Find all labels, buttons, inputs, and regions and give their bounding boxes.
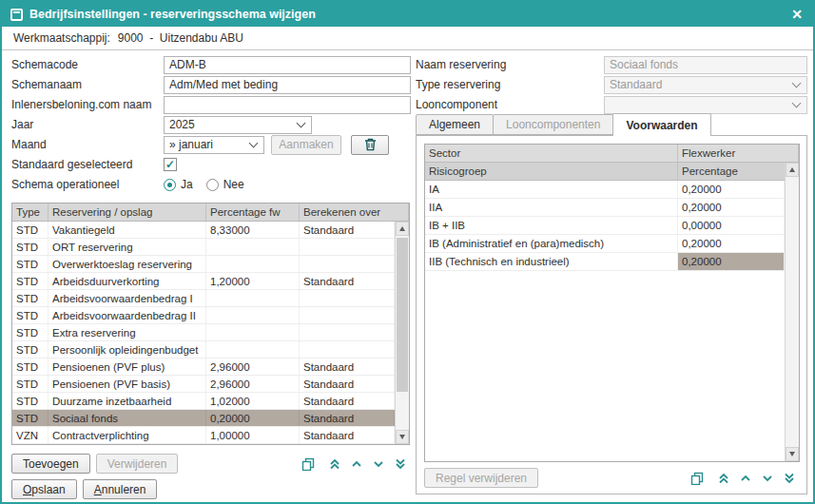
col-header-type: Type [12,204,49,221]
reservation-row[interactable]: STDPensioenen (PVF basis)2,96000Standaar… [12,376,395,393]
percentage-cell[interactable]: 0,20000 [678,253,785,270]
schemacode-input[interactable] [164,56,411,74]
ja-label: Ja [181,178,193,191]
col-header-berekenen-over: Berekenen over [300,204,409,221]
scroll-up-icon [789,167,795,172]
conditions-row[interactable]: IA0,20000 [425,181,785,199]
conditions-row[interactable]: IIB (Technisch en industrieel)0,20000 [425,253,785,271]
conditions-table-scrollbar[interactable] [785,163,799,461]
company-value: 9000 - Uitzendabu ABU [118,31,243,45]
reservation-table-header: Type Reservering / opslag Percentage fw … [12,204,409,222]
reservation-cell: STD [12,290,49,306]
conditions-header-sub: Risicogroep Percentage [425,163,799,181]
tab-looncomponenten[interactable]: Looncomponenten [493,114,613,135]
reservation-row[interactable]: STDVakantiegeld8,33000Standaard [12,222,395,239]
reservation-cell: Sociaal fonds [49,410,206,426]
conditions-row[interactable]: IB + IIB0,00000 [425,217,785,235]
reservation-row[interactable]: VZNContractverplichting1,00000Standaard [12,427,395,444]
conditions-header-top: Sector Flexwerker [425,145,799,163]
standaard-geselecteerd-checkbox[interactable]: ✓ [164,158,177,171]
percentage-cell[interactable]: 0,20000 [678,199,785,216]
reservation-row[interactable]: STDSociaal fonds0,20000Standaard [12,410,395,427]
schemacode-label: Schemacode [11,58,164,71]
company-bar: Werkmaatschappij: 9000 - Uitzendabu ABU [2,27,813,50]
reservation-cell [206,307,300,323]
reservation-cell: Contractverplichting [49,427,206,443]
reservation-cell: 2,96000 [206,376,300,392]
reservation-row[interactable]: STDPensioenen (PVF plus)2,96000Standaard [12,359,395,376]
delete-month-button[interactable] [351,135,389,155]
reservation-cell [300,239,395,255]
trash-icon [364,138,377,151]
schemanaam-input[interactable] [164,76,411,94]
tab-algemeen[interactable]: Algemeen [416,114,494,135]
percentage-cell[interactable]: 0,20000 [678,181,785,198]
conditions-copy-button[interactable] [687,468,707,488]
window-icon [10,9,23,21]
scroll-down-button[interactable] [786,447,799,461]
reservation-cell: Persoonlijk opleidingenbudget [49,341,206,358]
nee-label: Nee [223,178,244,191]
reservation-row[interactable]: STDArbeidsduurverkorting1,20000Standaard [12,273,395,290]
inlenersbeloning-label: Inlenersbeloning.com naam [11,98,164,111]
conditions-actions: Regel verwijderen [424,468,799,488]
looncomponent-select[interactable] [604,96,807,114]
reservation-row[interactable]: STDArbeidsvoorwaardenbedrag II [12,307,395,324]
reservation-cell: STD [12,376,49,392]
reservation-copy-button[interactable] [298,454,318,474]
tab-voorwaarden[interactable]: Voorwaarden [612,113,710,136]
aanmaken-button[interactable]: Aanmaken [271,135,341,155]
chevron-down-icon [792,78,802,87]
verwijderen-button[interactable]: Verwijderen [96,454,179,474]
risicogroep-cell: IB + IIB [425,217,678,234]
scroll-down-button[interactable] [396,430,409,444]
opslaan-button[interactable]: Opslaan [11,479,77,499]
reservation-row[interactable]: STDArbeidsvoorwaardenbedrag I [12,290,395,307]
scroll-up-button[interactable] [786,163,799,177]
reservation-row[interactable]: STDDuurzame inzetbaarheid1,02000Standaar… [12,393,395,410]
operationeel-nee-radio[interactable] [206,179,219,191]
reservation-move-down-button[interactable] [368,454,388,474]
maand-value: » januari [169,138,213,151]
inlenersbeloning-input[interactable] [164,96,411,114]
col-header-percentage: Percentage [678,163,799,180]
reservation-cell [300,307,395,323]
col-header-percentage-fw: Percentage fw [206,204,300,221]
reservation-cell [300,341,395,358]
reservation-table-scrollbar[interactable] [395,222,409,444]
scroll-up-button[interactable] [396,222,409,236]
reservation-move-bottom-button[interactable] [390,454,410,474]
percentage-cell[interactable]: 0,20000 [678,235,785,252]
naam-reservering-input[interactable] [604,56,807,74]
reservation-row[interactable]: STDPersoonlijk opleidingenbudget [12,341,395,359]
type-reservering-select[interactable]: Standaard [604,76,807,94]
conditions-move-down-button[interactable] [757,468,777,488]
reservation-row[interactable]: STDORT reservering [12,239,395,256]
reservation-cell: STD [12,393,49,409]
naam-reservering-label: Naam reservering [416,58,604,71]
reservation-move-top-button[interactable] [324,454,344,474]
percentage-cell[interactable]: 0,00000 [678,217,785,234]
risicogroep-cell: IB (Administratief en (para)medisch) [425,235,678,252]
chevron-double-up-icon [718,473,729,484]
conditions-row[interactable]: IIA0,20000 [425,199,785,217]
reservation-cell: 0,20000 [206,410,300,426]
reservation-row[interactable]: STDExtra reservering [12,324,395,341]
reservation-move-up-button[interactable] [346,454,366,474]
reservation-cell: STD [12,222,49,238]
conditions-move-bottom-button[interactable] [779,468,799,488]
jaar-select[interactable]: 2025 [164,116,312,134]
regel-verwijderen-button[interactable]: Regel verwijderen [424,468,538,488]
schema-operationeel-label: Schema operationeel [11,178,164,191]
maand-select[interactable]: » januari [164,136,264,154]
annuleren-button[interactable]: Annuleren [83,479,158,499]
conditions-row[interactable]: IB (Administratief en (para)medisch)0,20… [425,235,785,253]
chevron-down-icon [373,458,384,470]
conditions-move-up-button[interactable] [735,468,755,488]
close-icon[interactable]: ✕ [789,8,805,21]
scrollbar-thumb[interactable] [397,238,408,392]
reservation-row[interactable]: STDOverwerktoeslag reservering [12,256,395,273]
operationeel-ja-radio[interactable] [164,179,176,191]
toevoegen-button[interactable]: Toevoegen [11,454,90,474]
conditions-move-top-button[interactable] [713,468,733,488]
